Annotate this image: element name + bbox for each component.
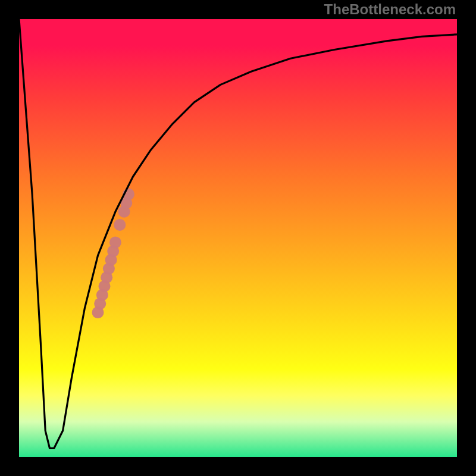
- watermark-label: TheBottleneck.com: [324, 1, 456, 18]
- cluster-point: [109, 236, 121, 248]
- bottleneck-curve: [19, 19, 457, 448]
- chart-container: TheBottleneck.com: [0, 0, 476, 476]
- cluster-point: [114, 219, 126, 231]
- chart-svg: [19, 19, 457, 457]
